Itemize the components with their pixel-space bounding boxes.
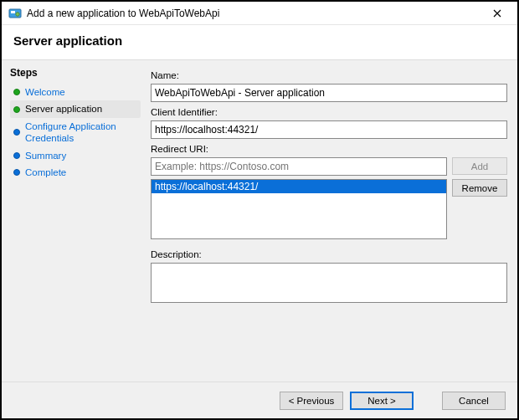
add-button[interactable]: Add — [452, 157, 507, 175]
svg-point-2 — [16, 12, 19, 15]
redirect-uri-row: Add — [151, 157, 507, 176]
page-title: Server application — [13, 33, 506, 48]
step-label: Configure Application Credentials — [25, 120, 137, 145]
step-complete[interactable]: Complete — [10, 164, 141, 181]
description-input[interactable] — [151, 263, 507, 303]
wizard-header: Server application — [2, 25, 517, 59]
step-configure-credentials[interactable]: Configure Application Credentials — [10, 118, 141, 147]
window-title: Add a new application to WebApiToWebApi — [27, 8, 482, 19]
client-id-input[interactable] — [151, 120, 507, 139]
step-bullet-icon — [13, 169, 20, 176]
description-label: Description: — [151, 249, 507, 259]
redirect-uri-list[interactable]: https://localhost:44321/ — [151, 179, 447, 239]
wizard-footer: < Previous Next > Cancel — [2, 382, 517, 418]
redirect-uri-input[interactable] — [151, 157, 447, 176]
step-summary[interactable]: Summary — [10, 147, 141, 164]
step-label: Welcome — [25, 86, 65, 98]
svg-rect-1 — [11, 11, 15, 13]
client-id-label: Client Identifier: — [151, 107, 507, 117]
step-bullet-icon — [13, 89, 20, 95]
redirect-uri-label: Redirect URI: — [151, 144, 507, 154]
name-label: Name: — [151, 70, 507, 80]
step-label: Server application — [25, 103, 102, 115]
step-bullet-icon — [13, 129, 20, 136]
step-label: Complete — [25, 166, 66, 178]
title-bar: Add a new application to WebApiToWebApi — [2, 2, 517, 25]
next-button[interactable]: Next > — [350, 392, 414, 410]
redirect-list-row: https://localhost:44321/ Remove — [151, 179, 507, 239]
wizard-body: Steps Welcome Server application Configu… — [2, 59, 517, 387]
steps-sidebar: Steps Welcome Server application Configu… — [2, 60, 144, 387]
cancel-button[interactable]: Cancel — [442, 392, 506, 410]
step-bullet-icon — [13, 106, 20, 113]
step-bullet-icon — [13, 152, 20, 159]
remove-button[interactable]: Remove — [452, 179, 507, 197]
steps-heading: Steps — [10, 67, 141, 79]
form-panel: Name: Client Identifier: Redirect URI: A… — [144, 60, 517, 387]
previous-button[interactable]: < Previous — [280, 392, 343, 410]
name-input[interactable] — [151, 84, 507, 102]
step-welcome[interactable]: Welcome — [10, 84, 141, 100]
step-server-application[interactable]: Server application — [10, 100, 141, 117]
app-icon — [8, 7, 22, 20]
redirect-uri-item[interactable]: https://localhost:44321/ — [152, 180, 446, 193]
close-button[interactable] — [482, 3, 512, 24]
step-label: Summary — [25, 150, 66, 161]
